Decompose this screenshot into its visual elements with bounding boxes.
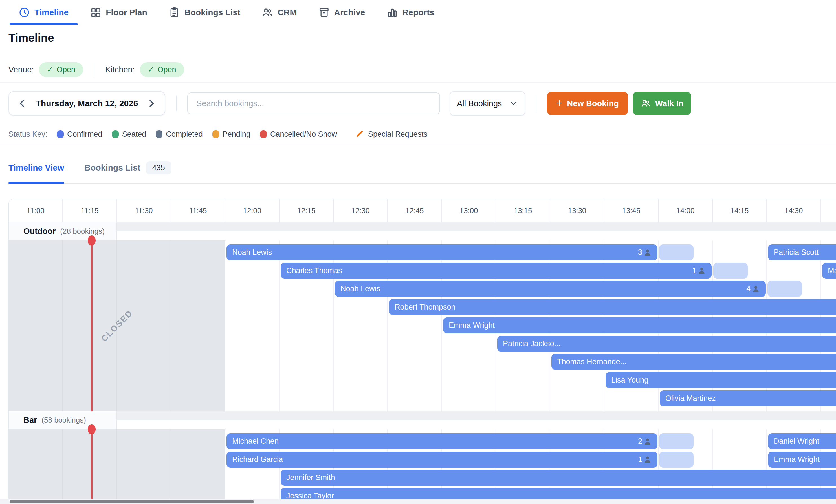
section-rows-bar: CLOSEDMichael Chen2Daniel WrightRichard … bbox=[9, 429, 836, 504]
booking-guest-name: Mat bbox=[828, 266, 836, 275]
status-key-items: ConfirmedSeatedCompletedPendingCancelled… bbox=[57, 130, 347, 139]
booking-bar[interactable]: Lisa Young bbox=[606, 372, 836, 388]
kitchen-label: Kitchen: bbox=[105, 65, 135, 74]
booking-buffer bbox=[713, 263, 748, 279]
booking-bar[interactable]: Richard Garcia1 bbox=[227, 451, 658, 468]
booking-buffer bbox=[659, 451, 694, 468]
status-dot bbox=[112, 130, 119, 138]
guest-count: 1 bbox=[638, 455, 652, 464]
search-input[interactable] bbox=[187, 93, 440, 114]
pencil-icon bbox=[355, 130, 364, 139]
nav-tab-floor-plan[interactable]: Floor Plan bbox=[79, 0, 158, 24]
nav-tab-label: Floor Plan bbox=[106, 7, 147, 17]
time-header-cell: 13:15 bbox=[496, 199, 550, 222]
booking-guest-name: Daniel Wright bbox=[774, 437, 819, 446]
page-title: Timeline bbox=[8, 32, 54, 44]
time-header-cell: 12:00 bbox=[225, 199, 280, 222]
time-header-cell: 14:00 bbox=[659, 199, 713, 222]
booking-guest-name: Emma Wright bbox=[774, 455, 820, 464]
booking-bar[interactable]: Michael Chen2 bbox=[227, 433, 658, 449]
status-key-item: Cancelled/No Show bbox=[260, 130, 337, 139]
person-icon bbox=[643, 248, 652, 257]
check-icon: ✓ bbox=[47, 65, 53, 74]
nav-tab-reports[interactable]: Reports bbox=[376, 0, 445, 24]
status-key-item: Seated bbox=[112, 130, 146, 139]
chevron-down-icon bbox=[509, 99, 518, 108]
time-header-cell: 14:15 bbox=[713, 199, 767, 222]
section-label-box: Outdoor(28 bookings) bbox=[9, 222, 117, 240]
booking-guest-name: Emma Wright bbox=[449, 321, 495, 330]
divider bbox=[536, 96, 536, 111]
users-icon bbox=[641, 98, 651, 109]
nav-tab-bookings-list[interactable]: Bookings List bbox=[158, 0, 251, 24]
person-icon bbox=[752, 285, 760, 293]
guest-count: 3 bbox=[638, 248, 652, 257]
new-booking-button[interactable]: + New Booking bbox=[547, 92, 628, 115]
time-header-cell: 13:45 bbox=[604, 199, 659, 222]
booking-bar[interactable]: Charles Thomas1 bbox=[281, 263, 711, 279]
booking-bar[interactable]: Patricia Scott bbox=[768, 245, 836, 260]
booking-guest-name: Thomas Hernande... bbox=[557, 357, 626, 366]
check-icon: ✓ bbox=[148, 65, 154, 74]
horizontal-scrollbar-thumb[interactable] bbox=[10, 500, 254, 503]
special-requests-key: Special Requests bbox=[355, 130, 427, 139]
nav-tab-crm[interactable]: CRM bbox=[251, 0, 307, 24]
tab-timeline-view[interactable]: Timeline View bbox=[8, 152, 64, 183]
booking-bar[interactable]: Noah Lewis4 bbox=[335, 281, 766, 297]
status-key-label: Status Key: bbox=[8, 130, 48, 139]
booking-guest-name: Patricia Scott bbox=[774, 248, 818, 257]
venue-status-row: Venue: ✓ Open Kitchen: ✓ Open bbox=[8, 61, 184, 78]
booking-bar[interactable]: Jennifer Smith5 bbox=[281, 470, 836, 486]
tab-bookings-list[interactable]: Bookings List 435 bbox=[84, 152, 171, 183]
booking-buffer bbox=[659, 245, 694, 260]
person-icon bbox=[643, 455, 652, 464]
status-dot bbox=[260, 130, 267, 138]
section-count: (58 bookings) bbox=[41, 416, 86, 425]
time-header-cell: 12:45 bbox=[388, 199, 442, 222]
top-nav: TimelineFloor PlanBookings ListCRMArchiv… bbox=[0, 0, 836, 25]
section-strip bbox=[117, 222, 836, 231]
section-strip bbox=[117, 411, 836, 420]
floor-plan-icon bbox=[90, 7, 101, 18]
walk-in-button[interactable]: Walk In bbox=[633, 92, 691, 115]
guest-count: 1 bbox=[692, 266, 706, 275]
booking-guest-name: Noah Lewis bbox=[232, 248, 272, 257]
time-header-cell: 11:45 bbox=[171, 199, 225, 222]
kitchen-open-badge: ✓ Open bbox=[140, 62, 184, 77]
section-count: (28 bookings) bbox=[60, 227, 104, 236]
status-key-item: Pending bbox=[212, 130, 250, 139]
person-icon bbox=[643, 437, 652, 446]
nav-tab-archive[interactable]: Archive bbox=[308, 0, 376, 24]
chevron-left-icon[interactable] bbox=[16, 97, 29, 110]
booking-bar[interactable]: Emma Wright bbox=[443, 317, 836, 333]
booking-guest-name: Patricia Jackso... bbox=[503, 340, 560, 348]
booking-bar[interactable]: Thomas Hernande... bbox=[551, 354, 836, 370]
guest-count: 4 bbox=[746, 285, 760, 293]
divider bbox=[94, 62, 94, 78]
booking-bar[interactable]: Emma Wright bbox=[768, 451, 836, 468]
booking-bar[interactable]: Daniel Wright bbox=[768, 433, 836, 449]
time-header-cell: 14:30 bbox=[767, 199, 821, 222]
booking-bar[interactable]: Noah Lewis3 bbox=[227, 245, 658, 260]
bar-chart-icon bbox=[387, 7, 398, 18]
time-header-cell: 11:30 bbox=[117, 199, 171, 222]
booking-bar[interactable]: Mat bbox=[822, 263, 836, 279]
status-dot bbox=[212, 130, 219, 138]
section-rows-outdoor: CLOSEDNoah Lewis3Patricia ScottCharles T… bbox=[9, 240, 836, 411]
guest-count: 2 bbox=[638, 437, 652, 446]
bookings-filter-select[interactable]: All Bookings bbox=[450, 91, 525, 116]
current-time-line bbox=[91, 240, 93, 411]
booking-bar[interactable]: Olivia Martinez bbox=[660, 390, 836, 406]
nav-tab-label: CRM bbox=[278, 7, 297, 17]
chevron-right-icon[interactable] bbox=[145, 97, 157, 110]
booking-bar[interactable]: Patricia Jackso... bbox=[497, 336, 836, 352]
time-header: 11:0011:1511:3011:4512:0012:1512:3012:45… bbox=[9, 199, 836, 222]
booking-bar[interactable]: Robert Thompson1 bbox=[389, 299, 836, 315]
section-label-box: Bar(58 bookings) bbox=[9, 411, 117, 429]
date-navigator[interactable]: Thursday, March 12, 2026 bbox=[8, 91, 165, 116]
nav-tab-timeline[interactable]: Timeline bbox=[8, 0, 79, 24]
person-icon bbox=[698, 266, 706, 275]
nav-tab-label: Reports bbox=[402, 7, 434, 17]
current-time-line bbox=[91, 429, 93, 504]
section-header-outdoor: Outdoor(28 bookings) bbox=[9, 222, 836, 240]
